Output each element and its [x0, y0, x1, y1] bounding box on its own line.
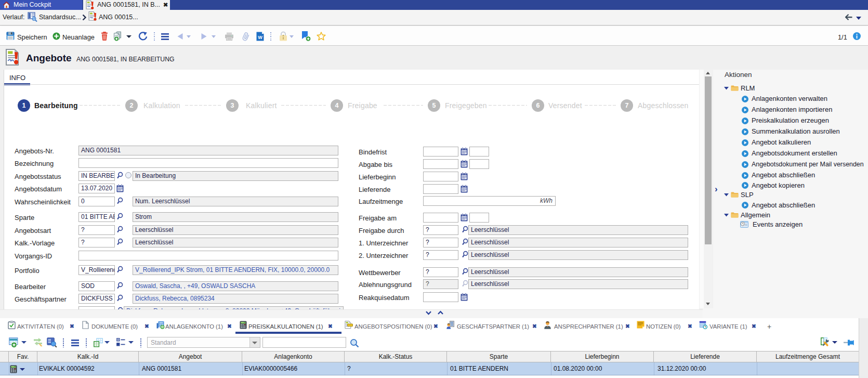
- svg-text:W: W: [258, 35, 262, 40]
